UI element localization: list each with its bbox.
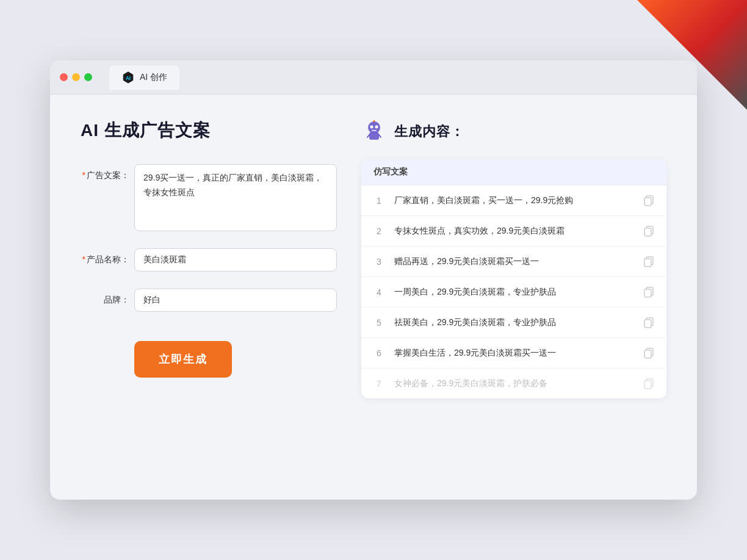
svg-line-10 (379, 135, 381, 137)
table-row: 7 女神必备，29.9元美白淡斑霜，护肤必备 (361, 368, 666, 398)
copy-icon[interactable] (643, 348, 654, 359)
browser-chrome: AI AI 创作 (50, 60, 697, 95)
browser-window: AI AI 创作 AI 生成广告文案 *广告文案： 29.9买一送一，真正的厂家… (50, 60, 697, 500)
ai-tab-icon: AI (121, 71, 135, 84)
table-header: 仿写文案 (361, 159, 666, 185)
row-text: 厂家直销，美白淡斑霜，买一送一，29.9元抢购 (394, 194, 633, 207)
tab-title: AI 创作 (140, 72, 167, 83)
traffic-lights (60, 73, 92, 81)
row-text: 一周美白，29.9元美白淡斑霜，专业护肤品 (394, 285, 633, 298)
table-row: 2 专抹女性斑点，真实功效，29.9元美白淡斑霜 (361, 216, 666, 246)
tab-bar: AI AI 创作 (109, 65, 179, 90)
row-text: 掌握美白生活，29.9元美白淡斑霜买一送一 (394, 346, 633, 359)
row-num: 2 (374, 226, 384, 236)
product-input[interactable] (134, 248, 337, 271)
form-row-ad-copy: *广告文案： 29.9买一送一，真正的厂家直销，美白淡斑霜，专抹女性斑点 (81, 164, 337, 231)
result-table: 仿写文案 1 厂家直销，美白淡斑霜，买一送一，29.9元抢购 2 专抹女性斑点，… (361, 159, 666, 398)
generate-button[interactable]: 立即生成 (134, 341, 232, 378)
copy-icon[interactable] (643, 256, 654, 267)
row-num: 4 (374, 287, 384, 297)
brand-label: 品牌： (81, 289, 129, 306)
svg-rect-6 (372, 130, 377, 131)
form-row-brand: 品牌： (81, 289, 337, 312)
svg-rect-3 (369, 132, 379, 140)
row-num: 6 (374, 348, 384, 358)
right-panel: 生成内容： 仿写文案 1 厂家直销，美白淡斑霜，买一送一，29.9元抢购 2 (361, 119, 666, 473)
table-row: 6 掌握美白生活，29.9元美白淡斑霜买一送一 (361, 338, 666, 368)
copy-icon[interactable] (643, 287, 654, 298)
svg-rect-16 (644, 259, 651, 267)
traffic-light-green[interactable] (84, 73, 92, 81)
copy-icon[interactable] (643, 226, 654, 237)
svg-point-4 (370, 126, 374, 129)
ad-copy-label: *广告文案： (81, 164, 129, 181)
form-row-product: *产品名称： (81, 248, 337, 271)
tab-ai-creation[interactable]: AI AI 创作 (109, 65, 179, 90)
table-row: 1 厂家直销，美白淡斑霜，买一送一，29.9元抢购 (361, 185, 666, 216)
required-star-ad: * (82, 170, 85, 180)
ad-copy-input[interactable]: 29.9买一送一，真正的厂家直销，美白淡斑霜，专抹女性斑点 (134, 164, 337, 231)
copy-icon[interactable] (643, 195, 654, 206)
svg-rect-20 (644, 320, 651, 328)
row-num: 7 (374, 379, 384, 389)
brand-input[interactable] (134, 289, 337, 312)
svg-point-5 (375, 126, 378, 129)
row-text: 女神必备，29.9元美白淡斑霜，护肤必备 (394, 377, 633, 390)
row-num: 3 (374, 257, 384, 267)
row-num: 5 (374, 318, 384, 328)
table-row: 5 祛斑美白，29.9元美白淡斑霜，专业护肤品 (361, 307, 666, 338)
row-text: 赠品再送，29.9元美白淡斑霜买一送一 (394, 255, 633, 268)
result-title: 生成内容： (394, 123, 464, 141)
svg-text:AI: AI (126, 75, 131, 81)
result-header: 生成内容： (361, 119, 666, 145)
row-text: 专抹女性斑点，真实功效，29.9元美白淡斑霜 (394, 224, 633, 237)
svg-rect-24 (644, 381, 651, 389)
traffic-light-red[interactable] (60, 73, 68, 81)
row-text: 祛斑美白，29.9元美白淡斑霜，专业护肤品 (394, 316, 633, 329)
page-title: AI 生成广告文案 (81, 119, 337, 142)
svg-rect-18 (644, 289, 651, 297)
svg-line-9 (367, 135, 369, 137)
svg-rect-12 (644, 198, 651, 206)
svg-rect-22 (644, 350, 651, 358)
required-star-product: * (82, 254, 85, 264)
left-panel: AI 生成广告文案 *广告文案： 29.9买一送一，真正的厂家直销，美白淡斑霜，… (81, 119, 337, 473)
robot-icon (361, 119, 387, 145)
content-area: AI 生成广告文案 *广告文案： 29.9买一送一，真正的厂家直销，美白淡斑霜，… (50, 95, 697, 497)
table-row: 4 一周美白，29.9元美白淡斑霜，专业护肤品 (361, 277, 666, 307)
traffic-light-yellow[interactable] (72, 73, 80, 81)
copy-icon[interactable] (643, 378, 654, 389)
svg-point-8 (374, 120, 375, 122)
row-num: 1 (374, 196, 384, 206)
copy-icon[interactable] (643, 317, 654, 328)
svg-rect-14 (644, 228, 651, 236)
table-row: 3 赠品再送，29.9元美白淡斑霜买一送一 (361, 246, 666, 277)
product-label: *产品名称： (81, 248, 129, 265)
